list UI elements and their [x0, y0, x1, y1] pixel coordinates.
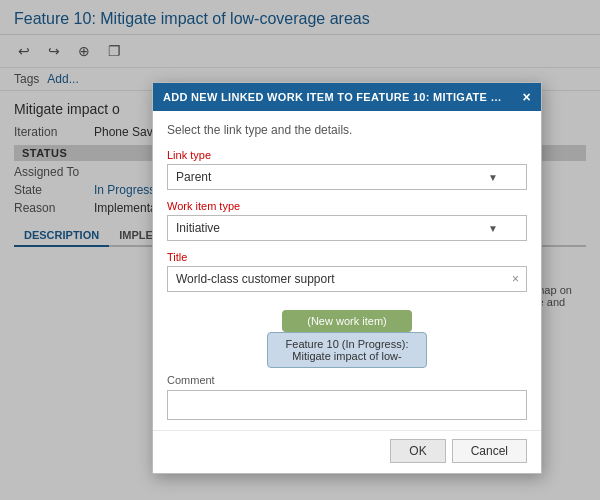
modal-subtitle: Select the link type and the details. [167, 123, 527, 137]
cancel-button[interactable]: Cancel [452, 439, 527, 463]
comment-input[interactable] [167, 390, 527, 420]
work-item-type-value: Initiative [176, 221, 220, 235]
modal-dialog: ADD NEW LINKED WORK ITEM TO FEATURE 10: … [152, 82, 542, 474]
link-diagram: (New work item) Feature 10 (In Progress)… [167, 300, 527, 374]
work-item-type-dropdown[interactable]: Initiative ▼ [167, 215, 527, 241]
work-item-type-label: Work item type [167, 200, 527, 212]
modal-body: Select the link type and the details. Li… [153, 111, 541, 430]
title-input[interactable] [167, 266, 527, 292]
link-type-arrow-icon: ▼ [488, 172, 498, 183]
link-type-dropdown[interactable]: Parent ▼ [167, 164, 527, 190]
title-clear-icon[interactable]: × [512, 272, 519, 286]
ok-button[interactable]: OK [390, 439, 445, 463]
new-work-item-box: (New work item) [282, 310, 412, 332]
work-item-type-arrow-icon: ▼ [488, 223, 498, 234]
modal-header: ADD NEW LINKED WORK ITEM TO FEATURE 10: … [153, 83, 541, 111]
comment-label: Comment [167, 374, 527, 386]
title-input-wrapper: × [167, 266, 527, 292]
modal-close-button[interactable]: × [523, 90, 531, 104]
link-type-value: Parent [176, 170, 211, 184]
modal-footer: OK Cancel [153, 430, 541, 473]
link-type-label: Link type [167, 149, 527, 161]
feature-box: Feature 10 (In Progress):Mitigate impact… [267, 332, 427, 368]
modal-header-title: ADD NEW LINKED WORK ITEM TO FEATURE 10: … [163, 91, 503, 103]
title-label: Title [167, 251, 527, 263]
